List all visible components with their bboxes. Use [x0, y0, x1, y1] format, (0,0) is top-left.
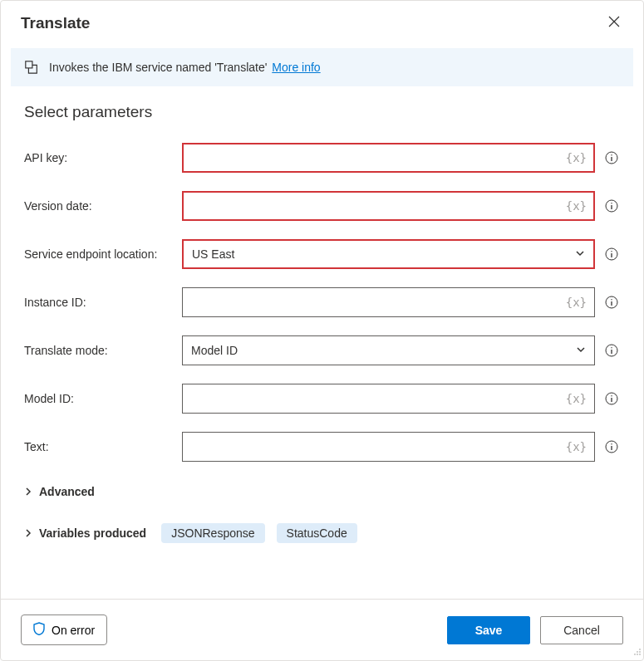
- svg-point-20: [634, 654, 636, 655]
- save-button[interactable]: Save: [447, 616, 530, 644]
- label-text: Text:: [24, 440, 174, 453]
- row-translate-mode: Translate mode: Model ID: [24, 335, 620, 365]
- dialog-title: Translate: [21, 14, 90, 32]
- row-api-key: API key: {x}: [24, 143, 620, 173]
- on-error-label: On error: [52, 624, 95, 637]
- row-text: Text: {x}: [24, 432, 620, 462]
- section-title: Select parameters: [24, 103, 620, 121]
- label-endpoint: Service endpoint location:: [24, 247, 174, 261]
- label-version-date: Version date:: [24, 199, 174, 213]
- svg-point-12: [611, 395, 612, 396]
- svg-point-8: [611, 299, 612, 300]
- instance-id-input[interactable]: [182, 287, 595, 317]
- svg-point-2: [611, 154, 612, 155]
- info-button-endpoint[interactable]: [603, 246, 620, 262]
- info-button-version-date[interactable]: [603, 198, 620, 214]
- svg-point-19: [637, 654, 638, 655]
- info-button-translate-mode[interactable]: [603, 342, 620, 359]
- text-input[interactable]: [182, 432, 595, 462]
- dialog-footer: On error Save Cancel: [1, 599, 643, 660]
- dialog-header: Translate: [1, 1, 643, 38]
- label-model-id: Model ID:: [24, 392, 174, 405]
- close-button[interactable]: [605, 12, 623, 33]
- info-button-instance-id[interactable]: [603, 294, 620, 311]
- chevron-right-icon: [24, 485, 32, 498]
- resize-grip-icon[interactable]: [633, 645, 642, 659]
- variable-badge-status[interactable]: StatusCode: [277, 523, 357, 543]
- svg-point-17: [639, 654, 641, 655]
- endpoint-select[interactable]: US East: [182, 239, 595, 269]
- svg-point-10: [611, 347, 612, 348]
- form-body: Select parameters API key: {x} Version d…: [1, 86, 643, 599]
- api-key-input[interactable]: [182, 143, 595, 173]
- action-icon: [24, 60, 39, 75]
- banner-text-wrap: Invokes the IBM service named 'Translate…: [49, 61, 321, 74]
- endpoint-value: US East: [192, 247, 234, 261]
- more-info-link[interactable]: More info: [272, 61, 320, 74]
- svg-point-18: [637, 651, 638, 653]
- translate-mode-select[interactable]: Model ID: [182, 335, 595, 365]
- on-error-button[interactable]: On error: [21, 614, 107, 645]
- advanced-label: Advanced: [39, 485, 95, 498]
- info-button-api-key[interactable]: [603, 149, 620, 166]
- label-translate-mode: Translate mode:: [24, 344, 174, 357]
- row-endpoint: Service endpoint location: US East: [24, 239, 620, 269]
- chevron-down-icon: [575, 247, 585, 261]
- info-banner: Invokes the IBM service named 'Translate…: [11, 48, 633, 86]
- label-instance-id: Instance ID:: [24, 296, 174, 309]
- variables-produced-label: Variables produced: [39, 526, 146, 540]
- svg-point-6: [611, 251, 612, 252]
- cancel-button[interactable]: Cancel: [540, 616, 623, 644]
- svg-point-14: [611, 443, 612, 444]
- close-icon: [608, 16, 620, 30]
- advanced-toggle[interactable]: Advanced: [24, 480, 620, 503]
- model-id-input[interactable]: [182, 384, 595, 414]
- version-date-input[interactable]: [182, 191, 595, 221]
- svg-point-16: [639, 651, 641, 653]
- label-api-key: API key:: [24, 151, 174, 164]
- row-instance-id: Instance ID: {x}: [24, 287, 620, 317]
- chevron-right-icon: [24, 526, 32, 540]
- banner-text: Invokes the IBM service named 'Translate…: [49, 61, 267, 74]
- translate-mode-value: Model ID: [191, 344, 238, 357]
- variables-produced-toggle[interactable]: Variables produced JSONResponse StatusCo…: [24, 518, 620, 548]
- svg-point-4: [611, 203, 612, 203]
- shield-icon: [33, 622, 45, 638]
- info-button-text[interactable]: [603, 438, 620, 455]
- chevron-down-icon: [576, 344, 586, 357]
- svg-rect-0: [26, 61, 32, 68]
- row-model-id: Model ID: {x}: [24, 384, 620, 414]
- variable-badge-json[interactable]: JSONResponse: [161, 523, 264, 543]
- svg-point-15: [639, 649, 641, 650]
- info-button-model-id[interactable]: [603, 390, 620, 407]
- row-version-date: Version date: {x}: [24, 191, 620, 221]
